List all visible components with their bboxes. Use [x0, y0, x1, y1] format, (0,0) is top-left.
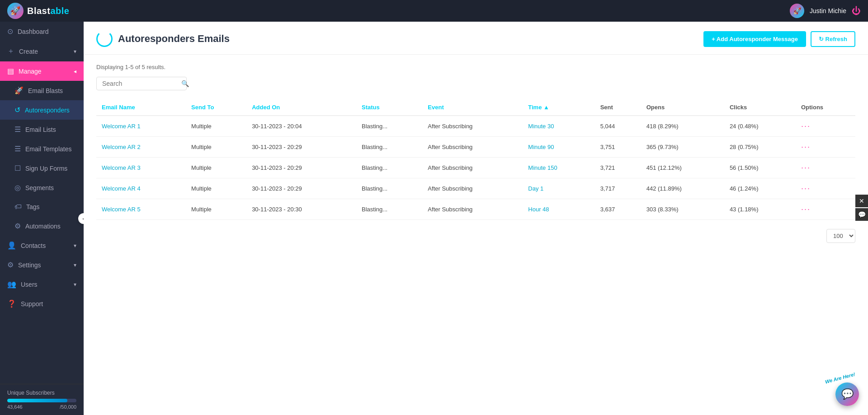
- time-link[interactable]: Hour 48: [528, 206, 549, 213]
- col-header-send-to[interactable]: Send To: [186, 99, 246, 116]
- email-blasts-icon: 🚀: [14, 86, 24, 95]
- logo-icon: 🚀: [7, 3, 24, 19]
- col-header-status[interactable]: Status: [356, 99, 422, 116]
- progress-text: 43,646 /50,000: [7, 404, 76, 410]
- cell-email-name: Welcome AR 1: [96, 116, 186, 137]
- manage-icon: ▤: [7, 67, 14, 75]
- options-menu-button[interactable]: ···: [801, 184, 811, 193]
- cell-status: Blasting...: [356, 158, 422, 178]
- time-link[interactable]: Minute 150: [528, 164, 557, 171]
- time-link[interactable]: Day 1: [528, 185, 543, 192]
- cell-event: After Subscribing: [422, 137, 523, 158]
- cell-clicks: 56 (1.50%): [724, 158, 796, 178]
- options-menu-button[interactable]: ···: [801, 163, 811, 172]
- cell-sent: 3,751: [595, 137, 641, 158]
- subscribers-current: 43,646: [7, 404, 23, 410]
- cell-event: After Subscribing: [422, 199, 523, 220]
- tags-icon: 🏷: [14, 203, 22, 211]
- cell-email-name: Welcome AR 2: [96, 137, 186, 158]
- email-name-link[interactable]: Welcome AR 3: [102, 164, 141, 171]
- cell-send-to: Multiple: [186, 137, 246, 158]
- table-row: Welcome AR 3 Multiple 30-11-2023 - 20:29…: [96, 158, 855, 178]
- sidebar-item-signup-forms[interactable]: ☐ Sign Up Forms: [0, 159, 84, 178]
- cell-send-to: Multiple: [186, 116, 246, 137]
- header-actions: + Add Autoresponder Message ↻ Refresh: [703, 31, 855, 47]
- col-header-added-on[interactable]: Added On: [246, 99, 356, 116]
- options-menu-button[interactable]: ···: [801, 142, 811, 151]
- time-link[interactable]: Minute 90: [528, 144, 554, 150]
- sidebar-item-autoresponders[interactable]: ↺ Autoresponders: [0, 100, 84, 120]
- top-navbar: 🚀 Blastable 🚀 Justin Michie ⏻: [0, 0, 868, 22]
- sidebar-item-email-lists[interactable]: ☰ Email Lists: [0, 120, 84, 139]
- sidebar-item-settings[interactable]: ⚙ Settings ▾: [0, 255, 84, 275]
- time-link[interactable]: Minute 30: [528, 123, 554, 130]
- email-name-link[interactable]: Welcome AR 2: [102, 144, 141, 150]
- sidebar-item-automations[interactable]: ⚙ Automations: [0, 216, 84, 236]
- sidebar-item-contacts[interactable]: 👤 Contacts ▾: [0, 236, 84, 255]
- loading-spinner-icon: [96, 31, 113, 47]
- add-autoresponder-button[interactable]: + Add Autoresponder Message: [703, 31, 806, 47]
- email-name-link[interactable]: Welcome AR 1: [102, 123, 141, 130]
- cell-email-name: Welcome AR 3: [96, 158, 186, 178]
- chevron-down-icon: ▾: [74, 242, 76, 249]
- sidebar-item-tags[interactable]: 🏷 Tags: [0, 197, 84, 216]
- sidebar-item-label: Sign Up Forms: [25, 165, 76, 172]
- create-icon: ＋: [7, 47, 14, 56]
- chevron-down-icon: ▾: [74, 281, 76, 288]
- options-menu-button[interactable]: ···: [801, 205, 811, 214]
- table-row: Welcome AR 4 Multiple 30-11-2023 - 20:29…: [96, 178, 855, 199]
- col-header-email-name[interactable]: Email Name: [96, 99, 186, 116]
- side-widget-chat-button[interactable]: 💬: [855, 208, 868, 221]
- chat-float: We Are Here! 💬: [825, 375, 859, 406]
- cell-clicks: 28 (0.75%): [724, 137, 796, 158]
- side-widget-close-button[interactable]: ✕: [855, 195, 868, 207]
- sidebar-item-support[interactable]: ❓ Support: [0, 294, 84, 313]
- cell-opens: 303 (8.33%): [641, 199, 724, 220]
- sidebar-item-label: Tags: [26, 203, 76, 210]
- cell-time: Minute 150: [523, 158, 594, 178]
- cell-opens: 451 (12.12%): [641, 158, 724, 178]
- sidebar-item-manage[interactable]: ▤ Manage ◂: [0, 61, 84, 81]
- contacts-icon: 👤: [7, 241, 16, 250]
- cell-added-on: 30-11-2023 - 20:30: [246, 199, 356, 220]
- cell-time: Minute 30: [523, 116, 594, 137]
- search-bar[interactable]: 🔍: [96, 77, 187, 90]
- sidebar-item-dashboard[interactable]: ⊙ Dashboard: [0, 22, 84, 41]
- sidebar-item-email-templates[interactable]: ☰ Email Templates: [0, 139, 84, 159]
- sidebar-item-email-blasts[interactable]: 🚀 Email Blasts: [0, 81, 84, 100]
- logo-text: Blastable: [27, 6, 69, 16]
- email-templates-icon: ☰: [14, 145, 21, 153]
- email-name-link[interactable]: Welcome AR 5: [102, 206, 141, 213]
- per-page-select[interactable]: 100 50 25 10: [826, 229, 855, 243]
- col-header-time[interactable]: Time ▲: [523, 99, 594, 116]
- user-area: 🚀 Justin Michie ⏻: [790, 4, 861, 18]
- main-content: Autoresponders Emails + Add Autoresponde…: [84, 22, 868, 415]
- sidebar-item-users[interactable]: 👥 Users ▾: [0, 275, 84, 294]
- cell-sent: 5,044: [595, 116, 641, 137]
- col-header-event[interactable]: Event: [422, 99, 523, 116]
- sidebar-item-segments[interactable]: ◎ Segments: [0, 178, 84, 197]
- table-row: Welcome AR 2 Multiple 30-11-2023 - 20:29…: [96, 137, 855, 158]
- cell-options: ···: [796, 199, 855, 220]
- subscribers-label: Unique Subscribers: [7, 390, 76, 396]
- email-name-link[interactable]: Welcome AR 4: [102, 185, 141, 192]
- user-name: Justin Michie: [810, 7, 846, 14]
- power-icon[interactable]: ⏻: [852, 6, 861, 16]
- options-menu-button[interactable]: ···: [801, 121, 811, 131]
- sidebar-item-label: Settings: [18, 261, 69, 269]
- table-area: Displaying 1-5 of 5 results. 🔍 Email Nam…: [84, 55, 868, 252]
- settings-icon: ⚙: [7, 261, 14, 269]
- chevron-down-icon: ▾: [74, 48, 76, 55]
- cell-added-on: 30-11-2023 - 20:29: [246, 137, 356, 158]
- refresh-button[interactable]: ↻ Refresh: [811, 31, 855, 47]
- cell-opens: 418 (8.29%): [641, 116, 724, 137]
- cell-status: Blasting...: [356, 178, 422, 199]
- sidebar-item-label: Contacts: [21, 242, 69, 249]
- sidebar-item-create[interactable]: ＋ Create ▾: [0, 41, 84, 61]
- email-lists-icon: ☰: [14, 125, 21, 134]
- sidebar-item-label: Email Blasts: [28, 87, 76, 94]
- sidebar-item-label: Users: [21, 281, 69, 288]
- search-input[interactable]: [102, 80, 181, 87]
- cell-status: Blasting...: [356, 137, 422, 158]
- chat-open-button[interactable]: 💬: [835, 382, 859, 406]
